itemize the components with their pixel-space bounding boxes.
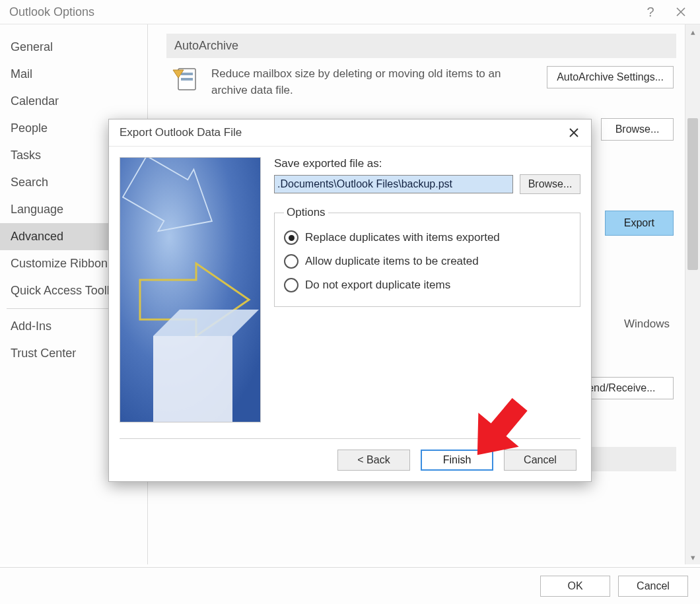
close-icon xyxy=(569,127,579,138)
radio-icon xyxy=(284,278,298,292)
svg-marker-6 xyxy=(153,336,232,422)
sidebar-item-general[interactable]: General xyxy=(0,34,147,61)
sidebar-item-mail[interactable]: Mail xyxy=(0,61,147,88)
scroll-down-icon[interactable]: ▾ xyxy=(685,550,700,564)
autoarchive-body: Reduce mailbox size by deleting or movin… xyxy=(166,66,679,106)
radio-label: Replace duplicates with items exported xyxy=(305,231,500,244)
titlebar: Outlook Options ? xyxy=(0,0,700,24)
sidebar-item-calendar[interactable]: Calendar xyxy=(0,88,147,115)
scroll-up-icon[interactable]: ▴ xyxy=(685,24,700,39)
export-button[interactable]: Export xyxy=(605,211,674,236)
arrow-graphic-icon xyxy=(120,158,260,422)
svg-rect-1 xyxy=(181,73,193,75)
ok-button[interactable]: OK xyxy=(540,576,610,597)
scroll-track[interactable] xyxy=(685,39,700,550)
autoarchive-settings-button[interactable]: AutoArchive Settings... xyxy=(547,66,674,88)
radio-icon xyxy=(284,254,298,269)
scroll-thumb[interactable] xyxy=(687,118,698,270)
close-icon xyxy=(676,7,686,17)
radio-icon xyxy=(284,230,298,245)
outlook-options-window: Outlook Options ? General Mail Calendar … xyxy=(0,0,700,604)
autoarchive-icon xyxy=(172,66,201,95)
dialog-titlebar: Export Outlook Data File xyxy=(109,119,591,147)
radio-allow-duplicates[interactable]: Allow duplicate items to be created xyxy=(284,250,571,273)
dialog-close-button[interactable] xyxy=(562,123,586,143)
close-window-button[interactable] xyxy=(666,2,696,22)
radio-replace-duplicates[interactable]: Replace duplicates with items exported xyxy=(284,226,571,250)
footer: OK Cancel xyxy=(0,567,700,604)
autoarchive-desc: Reduce mailbox size by deleting or movin… xyxy=(211,66,536,98)
section-header-autoarchive: AutoArchive xyxy=(166,34,676,58)
dialog-cancel-button[interactable]: Cancel xyxy=(504,450,577,471)
dialog-browse-button[interactable]: Browse... xyxy=(520,174,580,194)
dialog-form: Save exported file as: Browse... Options… xyxy=(274,157,580,428)
dialog-graphic xyxy=(120,157,261,422)
dialog-button-row: < Back Finish Cancel xyxy=(109,439,591,481)
scrollbar[interactable]: ▴ ▾ xyxy=(685,24,700,564)
options-legend: Options xyxy=(284,206,328,219)
cancel-button[interactable]: Cancel xyxy=(618,576,688,597)
autoarchive-settings-label: AutoArchive Settings... xyxy=(557,71,664,83)
svg-rect-2 xyxy=(181,78,193,81)
export-dialog: Export Outlook Data File xyxy=(108,119,592,482)
help-button[interactable]: ? xyxy=(635,2,666,22)
window-title: Outlook Options xyxy=(9,5,635,19)
back-button[interactable]: < Back xyxy=(337,450,410,471)
save-as-label: Save exported file as: xyxy=(274,157,580,170)
help-icon: ? xyxy=(647,5,654,20)
radio-label: Allow duplicate items to be created xyxy=(305,255,479,268)
dialog-title: Export Outlook Data File xyxy=(120,126,562,139)
options-fieldset: Options Replace duplicates with items ex… xyxy=(274,206,580,307)
radio-no-duplicates[interactable]: Do not export duplicate items xyxy=(284,273,571,297)
dialog-body: Save exported file as: Browse... Options… xyxy=(109,147,591,438)
finish-button[interactable]: Finish xyxy=(421,450,493,471)
radio-label: Do not export duplicate items xyxy=(305,279,450,292)
save-path-input[interactable] xyxy=(274,175,513,193)
browse-button[interactable]: Browse... xyxy=(601,118,674,141)
